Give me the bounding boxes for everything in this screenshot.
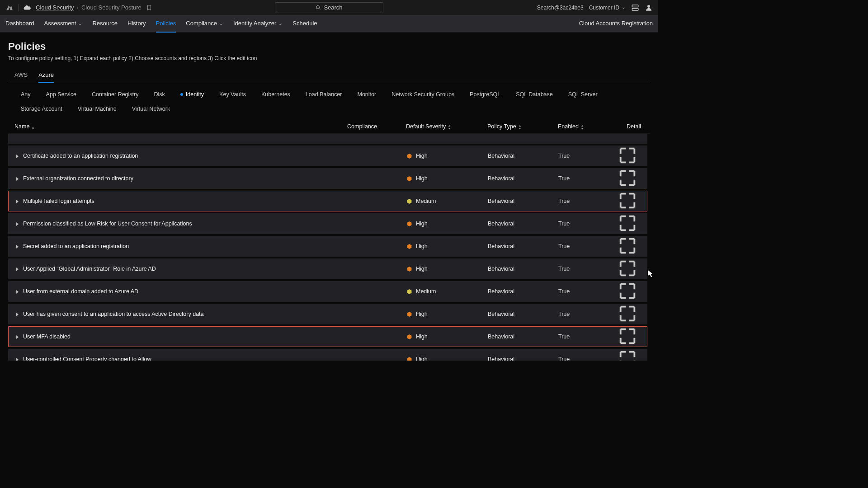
nav-item-policies[interactable]: Policies xyxy=(156,15,176,33)
expand-caret-icon[interactable] xyxy=(15,289,19,294)
expand-caret-icon[interactable] xyxy=(15,312,19,316)
expand-caret-icon[interactable] xyxy=(15,244,19,249)
policy-name: User MFA disabled xyxy=(23,333,71,340)
table-row[interactable]: User from external domain added to Azure… xyxy=(8,281,647,302)
expand-caret-icon[interactable] xyxy=(15,154,19,158)
filter-identity[interactable]: Identity xyxy=(174,89,210,100)
svg-point-3 xyxy=(647,5,650,8)
row-detail xyxy=(617,235,642,258)
cloud-icon[interactable] xyxy=(23,4,31,12)
filter-kubernetes[interactable]: Kubernetes xyxy=(255,89,297,100)
row-enabled: True xyxy=(558,266,617,272)
user-icon[interactable] xyxy=(645,4,653,12)
rows-container[interactable]: Certificate added to an application regi… xyxy=(8,134,650,361)
severity-hex-icon xyxy=(406,176,412,182)
expand-detail-icon[interactable] xyxy=(617,342,638,348)
expand-detail-icon[interactable] xyxy=(617,229,638,235)
severity-label: High xyxy=(416,175,428,182)
expand-detail-icon[interactable] xyxy=(617,251,638,258)
table-row[interactable]: User MFA disabledHighBehavioralTrue xyxy=(8,326,647,347)
row-type: Behavioral xyxy=(488,266,558,272)
table-row[interactable]: Multiple failed login attemptsMediumBeha… xyxy=(8,191,647,211)
expand-caret-icon[interactable] xyxy=(15,176,19,181)
filter-monitor[interactable]: Monitor xyxy=(351,89,382,100)
row-enabled: True xyxy=(558,311,617,317)
nav-item-identity-analyzer[interactable]: Identity Analyzer xyxy=(233,15,283,33)
brand-logo-icon[interactable] xyxy=(5,4,14,12)
filter-storage-account[interactable]: Storage Account xyxy=(14,103,69,115)
severity-hex-icon xyxy=(406,221,412,227)
filter-load-balancer[interactable]: Load Balancer xyxy=(299,89,349,100)
expand-detail-icon[interactable] xyxy=(617,274,638,280)
filter-sql-database[interactable]: SQL Database xyxy=(509,89,559,100)
table-row[interactable]: Secret added to an application registrat… xyxy=(8,236,647,257)
nav-item-dashboard[interactable]: Dashboard xyxy=(5,15,34,33)
col-name[interactable]: Name xyxy=(13,123,347,130)
nav-item-assessment[interactable]: Assessment xyxy=(44,15,83,33)
nav-cloud-accounts[interactable]: Cloud Accounts Registration xyxy=(579,15,653,33)
row-type: Behavioral xyxy=(488,333,558,340)
row-detail xyxy=(617,168,642,190)
expand-caret-icon[interactable] xyxy=(15,357,19,361)
servers-icon[interactable] xyxy=(631,4,639,12)
row-name: User from external domain added to Azure… xyxy=(13,288,348,295)
severity-hex-icon xyxy=(406,311,412,317)
search-box[interactable]: Search xyxy=(275,2,383,13)
customer-id-dropdown[interactable]: Customer ID xyxy=(589,5,626,11)
severity-hex-icon xyxy=(406,289,412,295)
row-enabled: True xyxy=(558,333,617,340)
row-detail xyxy=(617,326,642,348)
filter-virtual-machine[interactable]: Virtual Machine xyxy=(71,103,123,115)
breadcrumb-root[interactable]: Cloud Security xyxy=(36,4,74,11)
expand-detail-icon[interactable] xyxy=(617,183,638,190)
svg-point-0 xyxy=(316,5,320,9)
tab-azure[interactable]: Azure xyxy=(38,68,54,83)
filter-container-registry[interactable]: Container Registry xyxy=(85,89,145,100)
table-row[interactable]: User-controlled Consent Property changed… xyxy=(8,349,647,361)
expand-caret-icon[interactable] xyxy=(15,221,19,226)
filter-virtual-network[interactable]: Virtual Network xyxy=(126,103,177,115)
expand-detail-icon[interactable] xyxy=(617,319,638,325)
nav-item-history[interactable]: History xyxy=(127,15,146,33)
severity-hex-icon xyxy=(406,334,412,340)
table-row[interactable] xyxy=(8,134,647,144)
col-type[interactable]: Policy Type xyxy=(487,123,558,130)
search-label: Search xyxy=(324,4,342,11)
severity-label: Medium xyxy=(416,288,436,295)
row-name: Certificate added to an application regi… xyxy=(13,153,348,159)
expand-caret-icon[interactable] xyxy=(15,267,19,271)
filter-network-security-groups[interactable]: Network Security Groups xyxy=(385,89,461,100)
filter-any[interactable]: Any xyxy=(14,89,37,100)
col-severity[interactable]: Default Severity xyxy=(406,123,487,130)
filter-app-service[interactable]: App Service xyxy=(40,89,83,100)
nav-item-schedule[interactable]: Schedule xyxy=(292,15,317,33)
sort-icon xyxy=(518,125,522,128)
nav-item-compliance[interactable]: Compliance xyxy=(186,15,223,33)
col-compliance[interactable]: Compliance xyxy=(347,123,406,130)
expand-detail-icon[interactable] xyxy=(617,161,638,167)
table-row[interactable]: Permission classified as Low Risk for Us… xyxy=(8,213,647,234)
expand-detail-icon[interactable] xyxy=(617,206,638,212)
filter-disk[interactable]: Disk xyxy=(147,89,171,100)
expand-caret-icon[interactable] xyxy=(15,199,19,203)
expand-caret-icon[interactable] xyxy=(15,334,19,339)
tab-aws[interactable]: AWS xyxy=(14,68,28,83)
svg-rect-1 xyxy=(632,5,638,7)
policy-name: User from external domain added to Azure… xyxy=(23,288,138,295)
filter-postgresql[interactable]: PostgreSQL xyxy=(463,89,507,100)
table-row[interactable]: External organization connected to direc… xyxy=(8,168,647,189)
row-type: Behavioral xyxy=(488,356,558,361)
row-detail xyxy=(617,303,642,325)
col-enabled[interactable]: Enabled xyxy=(558,123,617,130)
table-row[interactable]: User Applied "Global Administrator" Role… xyxy=(8,258,647,279)
bookmark-icon[interactable] xyxy=(146,5,152,11)
severity-hex-icon xyxy=(406,198,412,204)
policy-name: Multiple failed login attempts xyxy=(23,198,94,204)
filter-key-vaults[interactable]: Key Vaults xyxy=(213,89,252,100)
nav-item-resource[interactable]: Resource xyxy=(92,15,118,33)
filter-sql-server[interactable]: SQL Server xyxy=(562,89,604,100)
table-row[interactable]: Certificate added to an application regi… xyxy=(8,145,647,166)
topbar-left: Cloud Security › Cloud Security Posture xyxy=(5,4,152,12)
table-row[interactable]: User has given consent to an application… xyxy=(8,304,647,324)
expand-detail-icon[interactable] xyxy=(617,296,638,303)
